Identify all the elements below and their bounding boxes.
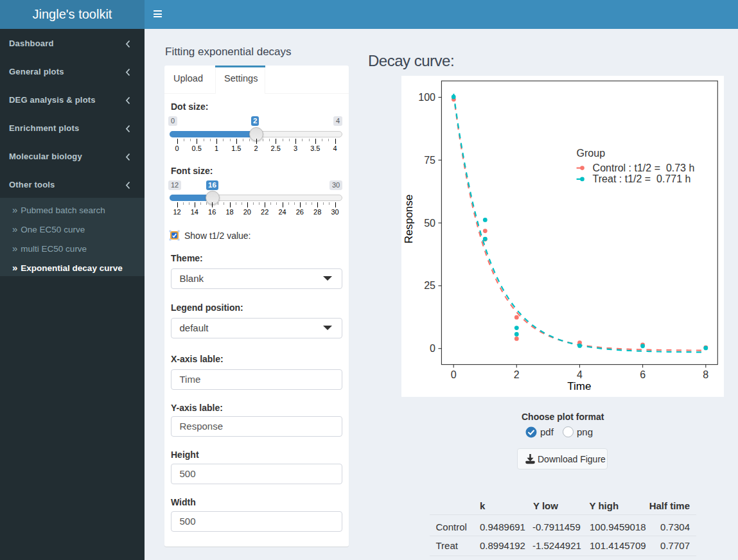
svg-text:4: 4: [577, 369, 583, 380]
svg-text:Control : t1/2 = 0.73 h: Control : t1/2 = 0.73 h: [593, 162, 695, 173]
svg-text:8: 8: [703, 369, 708, 380]
svg-text:Treat : t1/2 = 0.771 h: Treat : t1/2 = 0.771 h: [593, 173, 691, 184]
svg-text:0: 0: [430, 343, 435, 354]
svg-text:0: 0: [451, 369, 457, 380]
svg-text:50: 50: [424, 218, 435, 229]
svg-text:Group: Group: [577, 148, 606, 159]
svg-text:Time: Time: [567, 380, 591, 392]
svg-text:25: 25: [424, 280, 435, 291]
svg-text:2: 2: [514, 369, 520, 380]
svg-text:100: 100: [418, 92, 435, 103]
svg-text:Response: Response: [403, 195, 415, 244]
svg-text:6: 6: [640, 369, 646, 380]
svg-text:75: 75: [424, 155, 435, 166]
